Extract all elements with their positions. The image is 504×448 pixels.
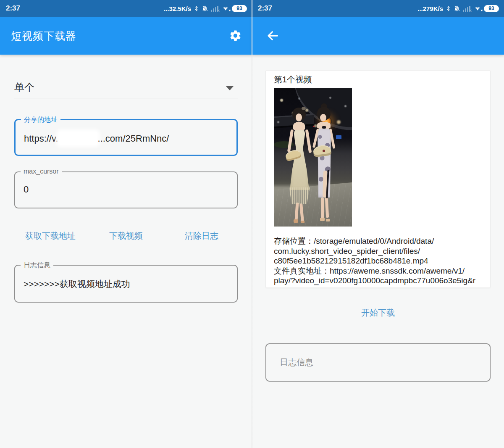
chevron-down-icon — [226, 86, 234, 90]
photo-right-woman-bow — [322, 126, 326, 129]
share-url-suffix: ...com/25RmNnc/ — [98, 133, 169, 144]
storage-path-line: 存储位置：/storage/emulated/0/Android/data/ — [274, 236, 488, 246]
clock: 2:37 — [258, 4, 272, 13]
back-arrow-icon[interactable] — [265, 29, 280, 43]
bluetooth-icon — [194, 5, 199, 12]
status-icon-cluster: ...279K/s × 93 — [417, 5, 499, 12]
battery-percent: 93 — [236, 5, 242, 11]
log-info-field[interactable]: 日志信息 >>>>>>>获取视频地址成功 — [14, 265, 238, 303]
mode-dropdown-value: 单个 — [14, 82, 34, 93]
photo-right-woman-leg — [321, 198, 324, 219]
mute-bell-icon — [454, 5, 460, 12]
storage-path-line: c80f5ee1b58212915182df1bc68b481e.mp4 — [274, 256, 488, 266]
photo-blue-road-sign — [336, 135, 341, 139]
no-sim-x: × — [469, 8, 472, 13]
video-file-info: 存储位置：/storage/emulated/0/Android/data/ c… — [274, 236, 488, 286]
video-card-title: 第1个视频 — [274, 74, 312, 85]
mode-dropdown[interactable]: 单个 — [14, 81, 238, 98]
photo-right-woman-face — [320, 114, 326, 121]
photo-left-woman-shoulders — [293, 122, 305, 130]
share-url-label: 分享的地址 — [21, 116, 60, 124]
file-url-line: 文件真实地址：https://aweme.snssdk.com/aweme/v1… — [274, 266, 488, 276]
status-icon-cluster: ...32.5K/s × 93 — [164, 5, 247, 12]
app-bar: 短视频下载器 — [0, 17, 252, 55]
left-phone-screen: 2:37 ...32.5K/s × 93 短视频下载器 — [0, 0, 252, 448]
log-info-box[interactable]: 日志信息 — [265, 343, 491, 382]
log-info-label: 日志信息 — [21, 261, 53, 270]
battery-percent: 93 — [488, 5, 494, 11]
share-url-prefix: https://v. — [24, 133, 58, 144]
file-url-line: play/?video_id=v0200fg10000capdmpbc77u00… — [274, 276, 488, 286]
app-title: 短视频下载器 — [11, 29, 76, 43]
redaction-blur — [59, 132, 97, 145]
photo-bokeh-lights — [274, 88, 276, 90]
wifi-icon — [474, 5, 481, 12]
storage-path-line: com.lucky.short_video_spider_client/file… — [274, 246, 488, 256]
photo-right-woman-shoes — [320, 218, 325, 221]
max-cursor-value[interactable]: 0 — [24, 184, 29, 195]
cellular-signal-icon: × — [211, 5, 219, 12]
network-speed: ...279K/s — [417, 5, 443, 12]
no-sim-x: × — [217, 8, 220, 13]
max-cursor-field[interactable]: max_cursor 0 — [14, 171, 238, 208]
clock: 2:37 — [6, 4, 20, 13]
status-bar: 2:37 ...32.5K/s × 93 — [0, 0, 252, 17]
wifi-speed-tick — [480, 10, 483, 11]
app-bar — [252, 17, 504, 55]
log-info-placeholder: 日志信息 — [280, 357, 313, 368]
video-thumbnail[interactable] — [274, 88, 352, 227]
battery-indicator: 93 — [484, 5, 499, 12]
get-download-address-button[interactable]: 获取下载地址 — [25, 230, 76, 242]
clear-log-button[interactable]: 清除日志 — [185, 230, 218, 242]
max-cursor-label: max_cursor — [21, 168, 62, 175]
settings-gear-icon[interactable] — [229, 29, 242, 42]
video-result-card: 第1个视频 — [265, 70, 491, 288]
cellular-signal-icon: × — [463, 5, 471, 12]
download-video-button[interactable]: 下载视频 — [109, 230, 143, 242]
status-bar: 2:37 ...279K/s × 93 — [252, 0, 504, 17]
photo-left-woman-shoes — [294, 219, 298, 223]
share-url-value[interactable]: https://v....com/25RmNnc/ — [24, 132, 169, 145]
share-url-field[interactable]: 分享的地址 https://v....com/25RmNnc/ — [14, 119, 238, 156]
battery-indicator: 93 — [232, 5, 247, 12]
right-phone-screen: 2:37 ...279K/s × 93 — [252, 0, 504, 448]
log-info-value: >>>>>>>获取视频地址成功 — [24, 278, 130, 290]
photo-left-woman-face — [296, 113, 302, 121]
network-speed: ...32.5K/s — [164, 5, 191, 12]
photo-right-woman-fan-mark — [323, 150, 325, 152]
bluetooth-icon — [446, 5, 451, 12]
mute-bell-icon — [202, 5, 208, 12]
start-download-button[interactable]: 开始下载 — [252, 307, 504, 319]
wifi-icon — [222, 5, 229, 12]
wifi-speed-tick — [228, 10, 231, 11]
photo-pavement — [274, 182, 352, 227]
photo-left-woman-hair-ornament — [302, 107, 306, 110]
